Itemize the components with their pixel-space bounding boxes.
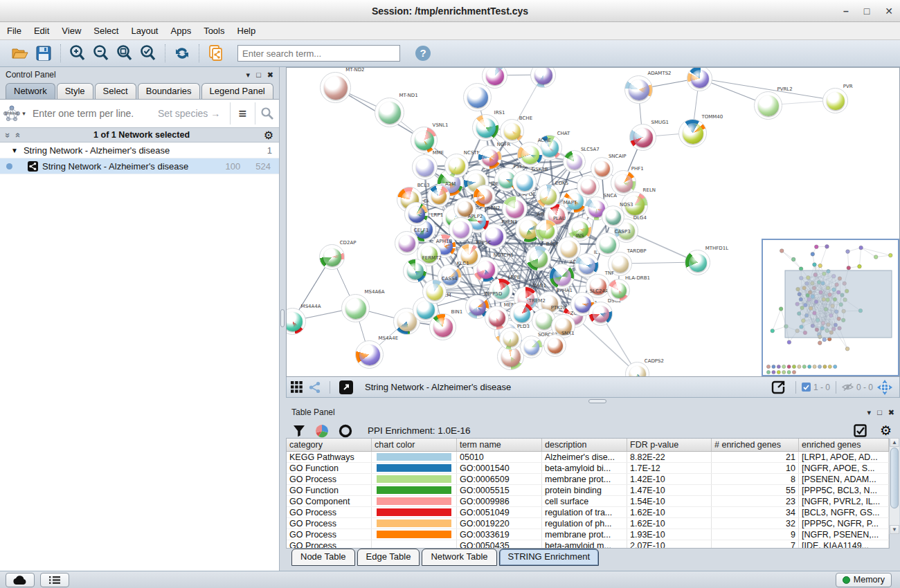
- scrollbar-thumb[interactable]: [890, 448, 899, 508]
- birdseye-view[interactable]: [762, 239, 899, 376]
- export-network-icon[interactable]: [766, 377, 790, 398]
- network-node[interactable]: [319, 244, 345, 270]
- table-row[interactable]: GO ProcessGO:0006509membrane prot...1.42…: [287, 474, 889, 485]
- network-node[interactable]: [472, 114, 499, 141]
- panel-close-icon[interactable]: ✖: [267, 71, 273, 80]
- table-settings-gear-icon[interactable]: ⚙: [880, 423, 892, 439]
- network-node[interactable]: [482, 67, 507, 89]
- network-node[interactable]: [575, 253, 599, 277]
- refresh-icon[interactable]: [170, 43, 194, 64]
- open-session-button[interactable]: [8, 43, 32, 64]
- network-node[interactable]: [607, 279, 630, 302]
- table-row[interactable]: GO ProcessGO:0019220regulation of ph...1…: [287, 518, 889, 529]
- ring-chart-icon[interactable]: [339, 424, 352, 438]
- network-node[interactable]: [444, 154, 469, 178]
- string-logo-icon[interactable]: STRING ▾: [0, 105, 28, 122]
- tab-network[interactable]: Network: [6, 83, 55, 99]
- network-node[interactable]: [822, 88, 848, 113]
- table-panel-collapse-icon[interactable]: ▾: [867, 408, 872, 417]
- table-panel-float-icon[interactable]: □: [877, 408, 882, 416]
- help-icon[interactable]: ?: [411, 43, 435, 64]
- tab-string-enrichment[interactable]: STRING Enrichment: [499, 549, 599, 566]
- table-row[interactable]: GO ProcessGO:0050435beta-amyloid m...2.0…: [287, 540, 889, 548]
- menu-edit[interactable]: Edit: [34, 26, 49, 36]
- string-query-input[interactable]: [28, 108, 158, 119]
- network-node[interactable]: [535, 219, 558, 242]
- network-node[interactable]: [549, 264, 575, 289]
- tab-edge-table[interactable]: Edge Table: [357, 549, 420, 566]
- zoom-selected-icon[interactable]: [136, 43, 160, 64]
- zoom-in-icon[interactable]: [66, 43, 89, 64]
- network-node[interactable]: [602, 205, 624, 228]
- table-row[interactable]: GO FunctionGO:0001540beta-amyloid bi...1…: [287, 463, 889, 474]
- scroll-up-icon[interactable]: ▲: [890, 438, 899, 447]
- network-node[interactable]: [449, 217, 473, 241]
- filter-icon[interactable]: [293, 425, 305, 437]
- zoom-fit-icon[interactable]: [113, 43, 136, 64]
- column-header[interactable]: description: [542, 439, 627, 451]
- tree-expand-icon[interactable]: ▼: [11, 147, 18, 154]
- network-node[interactable]: [403, 259, 427, 283]
- tab-select[interactable]: Select: [95, 83, 136, 99]
- network-node[interactable]: [422, 279, 447, 304]
- tab-boundaries[interactable]: Boundaries: [138, 83, 200, 99]
- tab-node-table[interactable]: Node Table: [291, 549, 355, 566]
- divider-handle[interactable]: [588, 399, 606, 403]
- menu-file[interactable]: File: [7, 26, 21, 36]
- network-node[interactable]: [500, 119, 524, 143]
- network-options-gear-icon[interactable]: ⚙: [264, 129, 273, 142]
- select-columns-icon[interactable]: [854, 424, 867, 438]
- network-node[interactable]: [473, 185, 496, 208]
- network-node[interactable]: [485, 306, 509, 330]
- network-row-selected[interactable]: String Network - Alzheimer's disease 100…: [0, 158, 279, 174]
- network-node[interactable]: [320, 72, 351, 103]
- menu-help[interactable]: Help: [237, 26, 256, 36]
- table-row[interactable]: GO FunctionGO:0005515protein binding1.47…: [287, 485, 889, 496]
- network-node[interactable]: [678, 119, 707, 147]
- network-node[interactable]: [463, 83, 492, 111]
- network-node[interactable]: [629, 124, 656, 151]
- network-node[interactable]: [530, 67, 556, 88]
- navigator-compass-icon[interactable]: [873, 377, 897, 398]
- horizontal-divider[interactable]: [286, 398, 900, 405]
- network-node[interactable]: [543, 334, 566, 357]
- network-node[interactable]: [341, 294, 370, 322]
- open-in-window-icon[interactable]: [336, 377, 357, 398]
- minimize-button[interactable]: –: [843, 6, 849, 16]
- network-node[interactable]: [624, 75, 653, 104]
- menu-tools[interactable]: Tools: [204, 26, 224, 36]
- network-node[interactable]: [588, 302, 613, 326]
- save-session-button[interactable]: [32, 43, 55, 64]
- network-node[interactable]: [411, 127, 438, 154]
- grid-view-icon[interactable]: [287, 377, 306, 398]
- network-node[interactable]: [685, 250, 710, 275]
- panel-float-icon[interactable]: □: [256, 71, 261, 79]
- network-node[interactable]: [375, 98, 404, 127]
- search-input[interactable]: [237, 45, 400, 62]
- menu-view[interactable]: View: [62, 26, 81, 36]
- tab-network-table[interactable]: Network Table: [422, 549, 496, 566]
- column-header[interactable]: enriched genes: [799, 439, 889, 451]
- scroll-down-icon[interactable]: ▼: [890, 525, 899, 534]
- string-search-icon[interactable]: [255, 102, 279, 125]
- menu-apps[interactable]: Apps: [171, 26, 192, 36]
- network-node[interactable]: [412, 154, 438, 180]
- network-node[interactable]: [478, 145, 502, 169]
- table-row[interactable]: GO ComponentGO:0009986cell surface1.54E-…: [287, 496, 889, 507]
- table-row[interactable]: GO ProcessGO:0033619membrane prot...1.93…: [287, 529, 889, 540]
- column-header[interactable]: category: [287, 439, 372, 451]
- tab-legend-panel[interactable]: Legend Panel: [201, 83, 273, 99]
- network-node[interactable]: [754, 91, 782, 120]
- expand-all-icon[interactable]: »: [12, 132, 22, 137]
- panel-collapse-icon[interactable]: ▾: [246, 71, 251, 80]
- automation-cloud-button[interactable]: [6, 573, 35, 587]
- column-header[interactable]: # enriched genes: [712, 439, 799, 451]
- table-row[interactable]: GO ProcessGO:0051049regulation of tra...…: [287, 507, 889, 518]
- network-node[interactable]: [595, 232, 620, 257]
- network-node[interactable]: [563, 150, 586, 173]
- network-node[interactable]: [499, 327, 522, 350]
- tab-style[interactable]: Style: [57, 83, 93, 99]
- panel-splitter[interactable]: [280, 67, 286, 571]
- network-node[interactable]: [525, 246, 551, 271]
- menu-layout[interactable]: Layout: [131, 26, 158, 36]
